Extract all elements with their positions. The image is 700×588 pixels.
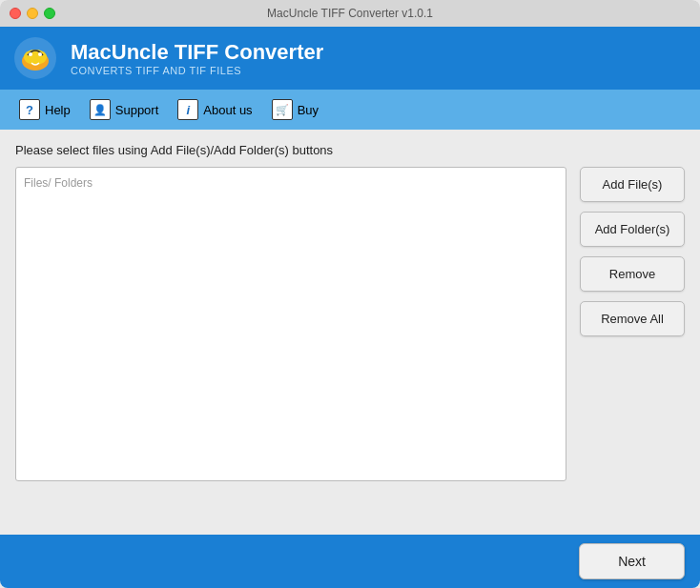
file-list-box[interactable]: Files/ Folders xyxy=(15,167,566,481)
close-button[interactable] xyxy=(10,8,21,19)
help-icon: ? xyxy=(19,99,40,120)
instruction-text: Please select files using Add File(s)/Ad… xyxy=(15,143,685,157)
action-buttons: Add File(s) Add Folder(s) Remove Remove … xyxy=(580,167,685,336)
buy-icon: 🛒 xyxy=(272,99,293,120)
svg-point-3 xyxy=(29,52,32,56)
minimize-button[interactable] xyxy=(27,8,38,19)
remove-all-button[interactable]: Remove All xyxy=(580,301,685,336)
about-icon: i xyxy=(177,99,198,120)
app-title-block: MacUncle TIFF Converter CONVERTS TIFF AN… xyxy=(71,40,323,76)
support-button[interactable]: 👤 Support xyxy=(82,95,167,124)
content-area: Files/ Folders Add File(s) Add Folder(s)… xyxy=(15,167,685,481)
traffic-lights xyxy=(10,8,55,19)
about-label: About us xyxy=(203,103,252,117)
maximize-button[interactable] xyxy=(44,8,55,19)
app-logo xyxy=(13,36,57,80)
add-files-button[interactable]: Add File(s) xyxy=(580,167,685,202)
svg-point-4 xyxy=(38,52,42,56)
help-button[interactable]: ? Help xyxy=(11,95,78,124)
support-label: Support xyxy=(115,103,159,117)
main-content: Please select files using Add File(s)/Ad… xyxy=(0,130,700,588)
nav-bar: ? Help 👤 Support i About us 🛒 Buy xyxy=(0,90,700,130)
help-label: Help xyxy=(45,103,71,117)
app-subtitle: CONVERTS TIFF AND TIF FILES xyxy=(71,65,323,76)
next-button[interactable]: Next xyxy=(579,543,685,579)
support-icon: 👤 xyxy=(90,99,111,120)
footer-bar: Next xyxy=(0,535,700,588)
remove-button[interactable]: Remove xyxy=(580,256,685,292)
svg-point-2 xyxy=(24,50,47,65)
title-bar: MacUncle TIFF Converter v1.0.1 xyxy=(0,0,700,27)
about-button[interactable]: i About us xyxy=(170,95,259,124)
add-folder-button[interactable]: Add Folder(s) xyxy=(580,212,685,247)
file-list-placeholder: Files/ Folders xyxy=(24,176,93,190)
app-header: MacUncle TIFF Converter CONVERTS TIFF AN… xyxy=(0,27,700,90)
app-title: MacUncle TIFF Converter xyxy=(71,40,323,65)
buy-label: Buy xyxy=(298,103,319,117)
buy-button[interactable]: 🛒 Buy xyxy=(264,95,326,124)
window-title: MacUncle TIFF Converter v1.0.1 xyxy=(267,7,433,20)
